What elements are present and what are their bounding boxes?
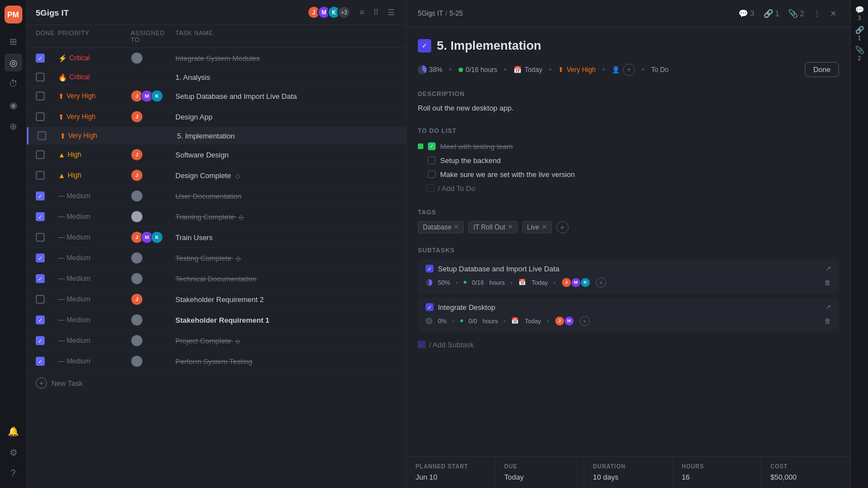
add-assignee-btn[interactable]: + <box>596 278 606 288</box>
task-name: Stakeholder Requirement 2 <box>175 295 397 304</box>
add-task-icon[interactable]: + <box>36 377 47 389</box>
detail-panel: 5Gigs IT / 5-25 💬 3 🔗 1 📎 2 ⋮ ✕ <box>407 0 850 488</box>
sidebar-home[interactable]: ⊞ <box>4 32 22 50</box>
task-checkbox[interactable] <box>37 131 46 140</box>
sidebar-time[interactable]: ⏱ <box>4 75 22 93</box>
links-icon[interactable]: 🔗 1 <box>855 26 864 41</box>
table-row[interactable]: — Medium Perform System Testing <box>27 351 406 372</box>
add-assignee-btn[interactable]: + <box>580 316 590 326</box>
progress-meta[interactable]: 38% <box>418 65 442 74</box>
table-row[interactable]: — Medium Project Complete ◇ <box>27 331 406 351</box>
subtask-checkbox[interactable]: ✓ <box>426 303 433 311</box>
todo-text: Setup the backend <box>440 156 500 165</box>
table-row[interactable]: — Medium J Stakeholder Requirement 2 <box>27 289 406 310</box>
app-logo[interactable]: PM <box>4 6 22 23</box>
list-item[interactable]: Meet with testing team <box>418 140 839 154</box>
table-row[interactable]: ⚡ Critical Integrate System Modules <box>27 48 406 69</box>
priority-meta[interactable]: ⬆ Very High <box>558 66 595 74</box>
attach-count[interactable]: 📎 2 <box>786 7 807 20</box>
avatar-stack: J M K +3 <box>307 6 351 19</box>
compact-view-icon[interactable]: ☰ <box>385 6 397 19</box>
tag-remove-icon[interactable]: ✕ <box>454 223 459 231</box>
task-checkbox[interactable] <box>36 171 45 180</box>
table-row[interactable]: ⬆ Very High J Design App <box>27 107 406 127</box>
add-subtask-btn[interactable]: ✓ / Add Subtask <box>418 336 839 353</box>
task-checkbox[interactable] <box>36 112 45 121</box>
add-assignee-btn[interactable]: + <box>623 64 635 76</box>
sidebar-help[interactable]: ? <box>4 465 22 482</box>
list-item[interactable]: Make sure we are set with the live versi… <box>418 168 839 181</box>
list-item[interactable]: ✓ Integrate Desktop ↗ 0% • 0/0 hours • 📅 <box>418 298 839 332</box>
new-task-row[interactable]: + New Task <box>27 372 406 394</box>
table-row[interactable]: — Medium User Documentation <box>27 186 406 207</box>
sidebar-notifications[interactable]: 🔔 <box>4 422 22 440</box>
close-panel-icon[interactable]: ✕ <box>828 7 839 20</box>
add-tag-button[interactable]: + <box>556 221 569 233</box>
hours-meta[interactable]: 0/16 hours <box>459 66 498 74</box>
table-row[interactable]: — Medium Training Complete ◇ <box>27 207 406 227</box>
table-row[interactable]: ⬆ Very High 5. Implementation <box>27 127 406 145</box>
more-options-icon[interactable]: ⋮ <box>811 7 823 20</box>
assignee-meta[interactable]: 👤 + <box>612 64 635 76</box>
priority-cell: — Medium <box>58 357 131 365</box>
subtask-link-icon[interactable]: ↗ <box>826 303 831 311</box>
comment-count[interactable]: 💬 3 <box>736 7 757 20</box>
sidebar-projects[interactable]: ◎ <box>4 54 22 71</box>
grid-view-icon[interactable]: ⠿ <box>371 6 381 19</box>
table-row[interactable]: ⬆ Very High J M K Setup Database and Imp… <box>27 86 406 107</box>
subtask-delete-icon[interactable]: 🗑 <box>824 317 831 325</box>
breadcrumb-sprint[interactable]: 5-25 <box>450 9 463 17</box>
tag-itrollout[interactable]: IT Roll Out ✕ <box>468 221 517 233</box>
task-checkbox[interactable] <box>36 233 45 242</box>
todo-checkbox[interactable] <box>428 156 436 164</box>
sidebar-team[interactable]: ◉ <box>4 96 22 114</box>
task-checkbox[interactable] <box>36 295 45 304</box>
task-checkbox[interactable] <box>36 212 45 221</box>
subtask-checkbox[interactable]: ✓ <box>426 265 433 272</box>
list-item[interactable]: ✓ Setup Database and Import Live Data ↗ … <box>418 259 839 293</box>
attachments-icon[interactable]: 📎 2 <box>855 46 864 61</box>
table-row[interactable]: — Medium Stakeholder Requirement 1 <box>27 310 406 331</box>
task-checkbox[interactable] <box>36 150 45 159</box>
priority-cell: — Medium <box>58 192 131 200</box>
task-checkbox[interactable] <box>36 336 45 345</box>
task-checkbox[interactable] <box>36 315 45 324</box>
due-meta[interactable]: 📅 Today <box>513 66 542 74</box>
task-checkbox[interactable] <box>36 92 45 101</box>
task-avatars <box>131 272 175 285</box>
add-todo-btn[interactable]: / Add To Do <box>418 181 839 195</box>
tag-live[interactable]: Live ✕ <box>522 221 552 233</box>
tag-remove-icon[interactable]: ✕ <box>542 223 547 231</box>
todo-checkbox[interactable] <box>428 170 436 178</box>
table-row[interactable]: ▲ High J Software Design <box>27 145 406 165</box>
list-item[interactable]: Setup the backend <box>418 154 839 168</box>
task-checkbox[interactable] <box>36 192 45 200</box>
table-row[interactable]: 🔥 Critical 1. Analysis <box>27 69 406 86</box>
status-meta[interactable]: To Do <box>651 66 669 74</box>
tag-database[interactable]: Database ✕ <box>418 221 464 233</box>
col-priority[interactable]: PRIORITY <box>58 30 131 43</box>
detail-meta: 38% • 0/16 hours • 📅 Today • ⬆ Very High… <box>418 62 839 77</box>
table-row[interactable]: — Medium Testing Complete ◇ <box>27 248 406 269</box>
task-checkbox[interactable] <box>36 357 45 366</box>
task-checkbox[interactable] <box>36 54 45 63</box>
task-checkbox[interactable] <box>36 253 45 262</box>
medium-icon: — Medium <box>58 254 90 262</box>
sidebar-reports[interactable]: ⊕ <box>4 117 22 135</box>
sidebar-settings[interactable]: ⚙ <box>4 443 22 461</box>
done-button[interactable]: Done <box>805 62 839 77</box>
table-row[interactable]: — Medium Technical Documentation <box>27 269 406 289</box>
todo-checkbox[interactable] <box>428 142 436 150</box>
table-row[interactable]: — Medium J M K Train Users <box>27 227 406 248</box>
task-checkbox[interactable] <box>36 274 45 283</box>
tag-remove-icon[interactable]: ✕ <box>508 223 513 231</box>
subtask-link-icon[interactable]: ↗ <box>826 265 831 272</box>
table-row[interactable]: ▲ High J Design Complete ◇ <box>27 165 406 186</box>
subtask-hours-unit: hours <box>489 279 505 286</box>
list-view-icon[interactable]: ≡ <box>357 6 366 19</box>
breadcrumb-project[interactable]: 5Gigs IT <box>418 9 443 17</box>
link-count[interactable]: 🔗 1 <box>761 7 782 20</box>
subtask-delete-icon[interactable]: 🗑 <box>824 279 831 286</box>
task-checkbox[interactable] <box>36 73 45 82</box>
comments-icon[interactable]: 💬 3 <box>855 6 864 21</box>
